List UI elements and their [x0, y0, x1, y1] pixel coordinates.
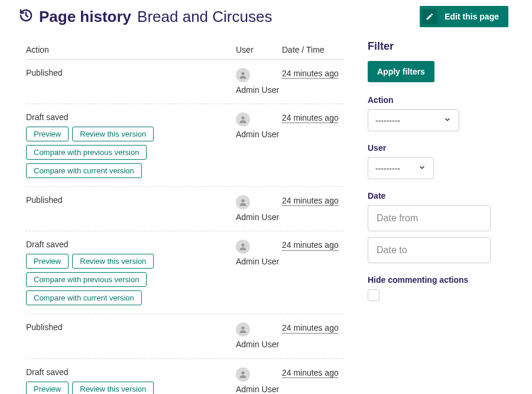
user-name: Admin User	[236, 339, 282, 350]
avatar	[236, 367, 250, 382]
column-header-user: User	[236, 45, 282, 54]
filter-action-label: Action	[368, 95, 508, 105]
page-title: Page history	[39, 8, 131, 26]
filter-action-select[interactable]: ---------	[368, 109, 459, 131]
compare-prev-button[interactable]: Compare with previous version	[26, 272, 147, 287]
compare-prev-button[interactable]: Compare with previous version	[26, 145, 147, 160]
svg-point-2	[241, 199, 244, 202]
date-link[interactable]: 24 minutes ago	[282, 240, 339, 250]
date-link[interactable]: 24 minutes ago	[282, 196, 339, 205]
avatar	[236, 240, 250, 254]
avatar	[236, 322, 250, 337]
avatar	[236, 112, 250, 127]
history-icon	[19, 8, 33, 25]
table-row: Draft savedPreviewReview this versionCom…	[26, 359, 344, 394]
user-name: Admin User	[236, 256, 282, 267]
user-name: Admin User	[236, 384, 282, 394]
svg-point-0	[241, 72, 244, 75]
filter-date-label: Date	[368, 191, 508, 201]
action-label: Published	[26, 322, 236, 332]
table-row: Draft savedPreviewReview this versionCom…	[26, 104, 344, 187]
preview-button[interactable]: Preview	[26, 127, 69, 141]
action-label: Published	[26, 68, 236, 77]
date-from-input[interactable]: Date from	[368, 205, 491, 231]
action-label: Draft saved	[26, 240, 236, 249]
filter-user-select[interactable]: ---------	[368, 157, 434, 179]
pencil-icon	[422, 9, 437, 24]
table-row: PublishedAdmin User24 minutes ago	[26, 187, 344, 231]
compare-curr-button[interactable]: Compare with current version	[26, 163, 142, 178]
action-label: Draft saved	[26, 367, 236, 377]
svg-point-5	[241, 371, 244, 374]
date-link[interactable]: 24 minutes ago	[282, 113, 339, 122]
apply-filters-button[interactable]: Apply filters	[368, 61, 434, 82]
date-link[interactable]: 24 minutes ago	[282, 368, 339, 377]
svg-point-1	[241, 117, 244, 120]
svg-point-4	[241, 327, 244, 330]
chevron-down-icon	[443, 115, 452, 125]
column-header-date: Date / Time	[282, 45, 344, 54]
user-name: Admin User	[236, 85, 282, 95]
svg-point-3	[241, 244, 244, 247]
compare-curr-button[interactable]: Compare with current version	[26, 290, 142, 305]
column-header-action: Action	[26, 45, 236, 54]
hide-comments-label: Hide commenting actions	[368, 275, 508, 285]
avatar	[236, 195, 250, 209]
history-table: Action User Date / Time PublishedAdmin U…	[19, 40, 344, 394]
review-button[interactable]: Review this version	[72, 382, 154, 394]
hide-comments-checkbox[interactable]	[368, 289, 379, 301]
filter-title: Filter	[368, 40, 508, 53]
date-link[interactable]: 24 minutes ago	[282, 323, 339, 332]
filter-user-label: User	[368, 143, 508, 153]
date-to-input[interactable]: Date to	[368, 237, 491, 263]
avatar	[236, 68, 250, 82]
review-button[interactable]: Review this version	[72, 127, 154, 141]
table-header: Action User Date / Time	[26, 40, 344, 60]
preview-button[interactable]: Preview	[26, 254, 69, 269]
preview-button[interactable]: Preview	[26, 382, 69, 394]
filter-sidebar: Filter Apply filters Action --------- Us…	[368, 40, 508, 394]
table-row: PublishedAdmin User24 minutes ago	[26, 60, 344, 104]
page-name: Bread and Circuses	[137, 8, 272, 26]
user-name: Admin User	[236, 212, 282, 222]
action-label: Published	[26, 195, 236, 205]
date-link[interactable]: 24 minutes ago	[282, 69, 339, 78]
user-name: Admin User	[236, 129, 282, 140]
table-row: Draft savedPreviewReview this versionCom…	[26, 231, 344, 314]
page-header: Page history Bread and Circuses Edit thi…	[19, 6, 508, 27]
table-row: PublishedAdmin User24 minutes ago	[26, 314, 344, 359]
edit-page-button[interactable]: Edit this page	[420, 6, 508, 27]
review-button[interactable]: Review this version	[72, 254, 154, 269]
chevron-down-icon	[418, 163, 426, 173]
action-label: Draft saved	[26, 112, 236, 122]
